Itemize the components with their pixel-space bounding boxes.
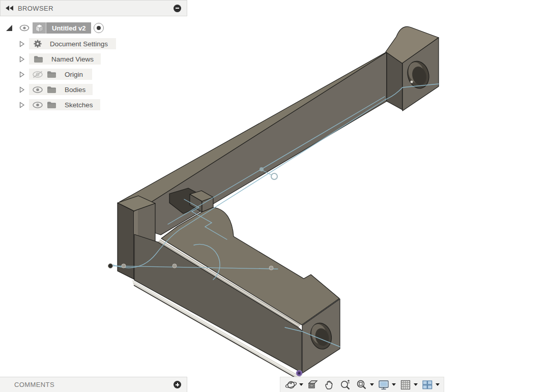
tree-item-label[interactable]: Origin bbox=[65, 71, 83, 78]
activate-component-radio[interactable] bbox=[94, 23, 104, 33]
model-body[interactable] bbox=[118, 26, 439, 382]
comments-panel[interactable]: COMMENTS bbox=[0, 377, 187, 392]
expander-collapsed-icon[interactable] bbox=[19, 86, 25, 93]
zoom-icon bbox=[339, 378, 352, 391]
eye-visible-icon[interactable] bbox=[32, 101, 43, 109]
grid-dropdown-caret[interactable] bbox=[414, 383, 418, 386]
pan-tool-button[interactable] bbox=[321, 378, 337, 392]
bar-front-face[interactable] bbox=[136, 52, 387, 235]
orbit-icon bbox=[284, 378, 298, 391]
tree-item-label[interactable]: Document Settings bbox=[50, 40, 108, 48]
tree-row-bodies[interactable]: Bodies bbox=[0, 84, 93, 95]
sketch-point-small[interactable] bbox=[411, 81, 413, 83]
tree-row-sketches[interactable]: Sketches bbox=[0, 99, 100, 110]
sketch-point[interactable] bbox=[269, 266, 273, 270]
orbit-dropdown-caret[interactable] bbox=[299, 383, 303, 386]
grid-and-snaps-button[interactable] bbox=[397, 378, 419, 392]
tree-row-root[interactable]: Untitled v2 bbox=[0, 22, 104, 34]
expander-collapsed-icon[interactable] bbox=[19, 102, 25, 108]
display-settings-button[interactable] bbox=[376, 378, 397, 392]
expander-collapsed-icon[interactable] bbox=[19, 71, 25, 78]
browser-panel-title: BROWSER bbox=[18, 5, 53, 12]
fit-icon bbox=[355, 378, 368, 391]
expander-collapsed-icon[interactable] bbox=[19, 41, 25, 47]
eye-visible-icon[interactable] bbox=[19, 24, 30, 32]
folder-icon bbox=[47, 101, 56, 109]
fit-dropdown-caret[interactable] bbox=[370, 383, 374, 386]
viewports-button[interactable] bbox=[419, 378, 441, 392]
tree-item-label[interactable]: Sketches bbox=[65, 101, 93, 109]
tree-row-named-views[interactable]: Named Views bbox=[0, 53, 101, 65]
add-comment-button[interactable] bbox=[174, 381, 181, 388]
tree-row-origin[interactable]: Origin bbox=[0, 69, 92, 80]
tree-row-document-settings[interactable]: Document Settings bbox=[0, 38, 116, 49]
sketch-point[interactable] bbox=[259, 167, 264, 171]
display-settings-dropdown-caret[interactable] bbox=[392, 383, 396, 386]
tree-item-label[interactable]: Bodies bbox=[65, 86, 85, 94]
folder-icon bbox=[47, 86, 56, 94]
navigation-toolbar bbox=[280, 377, 444, 392]
folder-icon bbox=[47, 71, 56, 78]
folder-icon bbox=[34, 55, 43, 63]
look-at-icon bbox=[306, 378, 320, 391]
eye-hidden-icon[interactable] bbox=[32, 71, 43, 78]
gear-icon bbox=[33, 39, 42, 48]
zoom-tool-button[interactable] bbox=[337, 378, 354, 392]
sketch-point[interactable] bbox=[172, 264, 177, 268]
browser-panel: BROWSER Untitled v2 Document Settings bbox=[0, 0, 187, 16]
fit-tool-button[interactable] bbox=[354, 378, 376, 392]
sketch-point[interactable] bbox=[122, 264, 126, 268]
display-settings-icon bbox=[377, 378, 390, 391]
viewports-icon bbox=[421, 378, 434, 391]
root-component-label[interactable]: Untitled v2 bbox=[46, 24, 91, 32]
eye-visible-icon[interactable] bbox=[32, 86, 43, 94]
collapse-panel-icon[interactable] bbox=[6, 6, 14, 11]
browser-panel-header[interactable]: BROWSER bbox=[0, 0, 187, 16]
tree-item-label[interactable]: Named Views bbox=[51, 55, 94, 63]
minimize-panel-button[interactable] bbox=[174, 5, 181, 12]
sketch-point-hollow[interactable] bbox=[271, 173, 277, 179]
viewports-dropdown-caret[interactable] bbox=[436, 383, 440, 386]
comments-panel-title: COMMENTS bbox=[14, 381, 54, 388]
component-cube-icon bbox=[33, 22, 46, 34]
expander-open-icon[interactable] bbox=[6, 25, 12, 31]
pan-hand-icon bbox=[323, 378, 336, 391]
orbit-tool-button[interactable] bbox=[283, 378, 305, 392]
root-component-item[interactable]: Untitled v2 bbox=[33, 22, 91, 34]
grid-icon bbox=[399, 378, 412, 391]
expander-collapsed-icon[interactable] bbox=[19, 56, 25, 63]
look-at-tool-button[interactable] bbox=[305, 378, 321, 392]
locked-sketch-point[interactable] bbox=[297, 371, 302, 376]
origin-point[interactable] bbox=[108, 264, 113, 268]
